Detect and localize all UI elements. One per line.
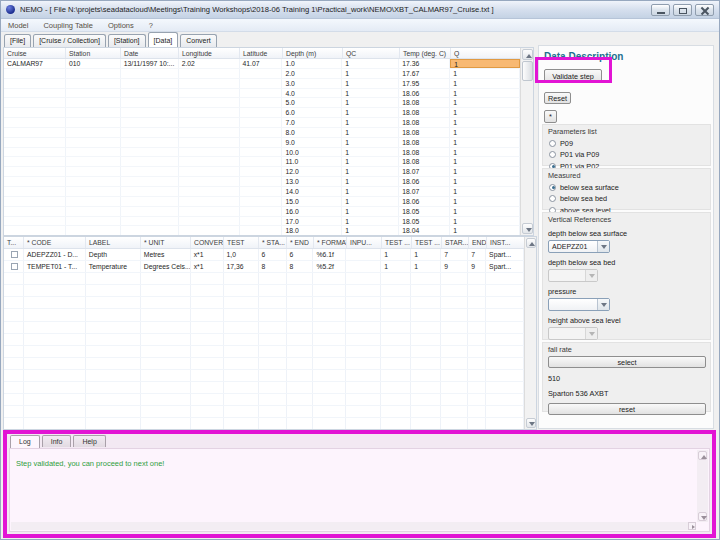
cell[interactable] xyxy=(240,217,283,226)
scroll-down-button[interactable] xyxy=(698,512,707,521)
cell[interactable] xyxy=(4,207,66,216)
parameters-list-option-p01-via-p09[interactable]: P01 via P09 xyxy=(543,148,710,160)
cell[interactable]: CALMAR97 xyxy=(4,59,66,68)
cell[interactable] xyxy=(179,148,240,157)
cell[interactable]: 010 xyxy=(66,59,121,68)
cell[interactable] xyxy=(240,148,283,157)
cell[interactable] xyxy=(121,187,179,196)
cell[interactable]: 1 xyxy=(450,197,520,206)
cell[interactable] xyxy=(179,177,240,186)
cell[interactable] xyxy=(4,148,66,157)
cell[interactable]: 13.0 xyxy=(282,177,342,186)
cell[interactable]: 1 xyxy=(342,207,399,216)
cell[interactable] xyxy=(4,167,66,176)
cell[interactable] xyxy=(121,197,179,206)
cell[interactable]: x*1 xyxy=(191,249,224,260)
asterisk-button[interactable]: * xyxy=(544,110,557,123)
cell[interactable]: 1 xyxy=(342,217,399,226)
cell[interactable] xyxy=(346,261,381,272)
cell[interactable] xyxy=(179,167,240,176)
cell[interactable]: 1 xyxy=(450,89,520,98)
cell[interactable]: 18.08 xyxy=(399,138,450,147)
cell[interactable] xyxy=(4,187,66,196)
cell[interactable] xyxy=(179,197,240,206)
cell[interactable]: Spart... xyxy=(486,249,524,260)
cell[interactable]: 18.06 xyxy=(399,89,450,98)
cell[interactable]: 4.0 xyxy=(282,89,342,98)
parameter-table-scrollbar[interactable] xyxy=(524,237,536,429)
cell[interactable]: 1 xyxy=(342,98,399,107)
cell[interactable]: 17.0 xyxy=(282,217,342,226)
cell[interactable]: 1 xyxy=(450,128,520,137)
cell[interactable] xyxy=(4,118,66,127)
cell[interactable]: Temperature xyxy=(86,261,141,272)
cell[interactable]: 18.06 xyxy=(399,197,450,206)
tab--data-[interactable]: [Data] xyxy=(148,32,179,47)
cell[interactable]: 1 xyxy=(450,79,520,88)
cell[interactable]: 1 xyxy=(450,69,520,78)
menu-item-options[interactable]: Options xyxy=(108,21,134,30)
cell[interactable]: 1 xyxy=(342,177,399,186)
cell[interactable]: ADEPZZ01 - D... xyxy=(24,249,86,260)
cell[interactable]: 3.0 xyxy=(282,79,342,88)
cell[interactable] xyxy=(4,177,66,186)
cell[interactable]: 1 xyxy=(342,118,399,127)
cell[interactable] xyxy=(66,89,121,98)
cell[interactable]: 1 xyxy=(450,177,520,186)
menu-item-coupling-table[interactable]: Coupling Table xyxy=(43,21,92,30)
cell[interactable]: 17.67 xyxy=(399,69,450,78)
cell[interactable] xyxy=(240,98,283,107)
cell[interactable]: 18.07 xyxy=(399,187,450,196)
tab--station-[interactable]: [Station] xyxy=(108,34,146,47)
cell[interactable]: 14.0 xyxy=(282,187,342,196)
cell[interactable] xyxy=(121,118,179,127)
cell[interactable] xyxy=(179,187,240,196)
scroll-up-button[interactable] xyxy=(698,451,707,460)
reset-button[interactable]: Reset xyxy=(544,92,571,104)
cell[interactable] xyxy=(179,217,240,226)
cell[interactable]: 41.07 xyxy=(240,59,283,68)
cell[interactable] xyxy=(4,108,66,117)
cell[interactable]: 11.0 xyxy=(282,157,342,166)
cell[interactable] xyxy=(179,128,240,137)
cell[interactable]: 1 xyxy=(342,148,399,157)
cell[interactable] xyxy=(240,79,283,88)
cell[interactable] xyxy=(4,261,24,272)
cell[interactable] xyxy=(4,69,66,78)
cell[interactable]: 7.0 xyxy=(282,118,342,127)
cell[interactable]: 18.08 xyxy=(399,118,450,127)
cell[interactable] xyxy=(121,177,179,186)
cell[interactable]: 18.05 xyxy=(399,217,450,226)
cell[interactable]: Depth xyxy=(86,249,141,260)
cell[interactable]: %5.2f xyxy=(313,261,346,272)
log-tab-info[interactable]: Info xyxy=(42,435,72,447)
cell[interactable] xyxy=(240,187,283,196)
pressure-select[interactable] xyxy=(548,298,610,311)
data-table-scrollbar[interactable] xyxy=(520,48,533,235)
cell[interactable]: 6 xyxy=(287,249,314,260)
cell[interactable] xyxy=(66,69,121,78)
cell[interactable]: 15.0 xyxy=(282,197,342,206)
row-checkbox[interactable] xyxy=(11,251,18,258)
cell[interactable] xyxy=(66,118,121,127)
cell[interactable]: Metres xyxy=(141,249,191,260)
cell[interactable] xyxy=(121,207,179,216)
cell[interactable] xyxy=(4,89,66,98)
cell[interactable]: 1 xyxy=(450,226,520,235)
cell[interactable] xyxy=(66,157,121,166)
cell[interactable] xyxy=(4,138,66,147)
cell[interactable] xyxy=(179,157,240,166)
cell[interactable] xyxy=(240,118,283,127)
cell[interactable]: 13/11/1997 10:... xyxy=(121,59,179,68)
cell[interactable]: 1,0 xyxy=(224,249,259,260)
cell[interactable] xyxy=(240,226,283,235)
cell[interactable]: x*1 xyxy=(191,261,224,272)
scroll-down-button[interactable] xyxy=(526,418,536,428)
cell[interactable] xyxy=(240,69,283,78)
cell[interactable]: 1 xyxy=(450,98,520,107)
cell[interactable] xyxy=(240,197,283,206)
cell[interactable]: 18.08 xyxy=(399,148,450,157)
cell[interactable] xyxy=(179,207,240,216)
close-button[interactable] xyxy=(695,4,714,16)
cell[interactable]: 2.0 xyxy=(282,69,342,78)
